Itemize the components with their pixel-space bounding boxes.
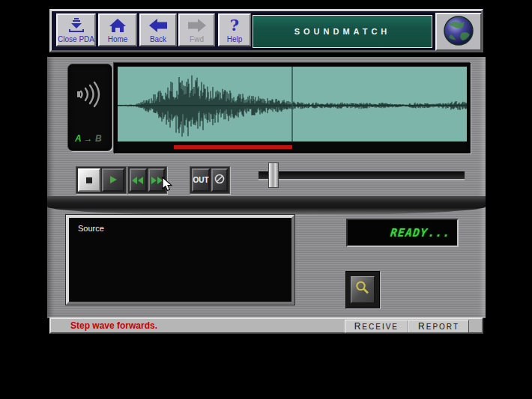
magnifier-icon <box>354 280 371 299</box>
direction-arrow-icon: → <box>84 133 93 144</box>
status-message: Step wave forwards. <box>70 319 157 332</box>
forward-arrow-icon <box>187 15 208 35</box>
cancel-button[interactable] <box>211 168 228 192</box>
close-pda-button[interactable]: Close PDA <box>56 13 96 46</box>
waveform-display <box>114 63 471 153</box>
play-icon <box>109 174 118 187</box>
play-button[interactable] <box>102 168 124 192</box>
status-bar: Step wave forwards. RECEIVE REPORT <box>49 317 483 334</box>
report-label: REPORT <box>418 321 459 332</box>
led-display: READY... <box>346 219 459 247</box>
out-label: OUT <box>193 176 208 184</box>
help-button[interactable]: ? Help <box>218 13 251 46</box>
globe-button[interactable] <box>435 13 482 51</box>
pda-device: Close PDA Home Back <box>47 7 486 335</box>
app-title: SOUNDMATCH <box>294 27 391 36</box>
close-pda-label: Close PDA <box>58 35 94 45</box>
step-back-button[interactable] <box>130 168 147 192</box>
direction-label: A → B <box>75 133 102 144</box>
speaker-panel: A → B <box>67 64 112 151</box>
panel-divider <box>47 196 486 216</box>
back-label: Back <box>150 35 166 45</box>
receive-label: RECEIVE <box>354 321 399 332</box>
help-label: Help <box>227 35 243 45</box>
stop-button[interactable] <box>78 168 100 192</box>
forward-button: Fwd <box>178 13 215 46</box>
step-group <box>127 166 167 194</box>
inspect-button-frame <box>345 271 380 308</box>
status-bar-buttons: RECEIVE REPORT <box>345 320 469 333</box>
close-pda-icon <box>67 15 86 35</box>
app-title-plate: SOUNDMATCH <box>253 15 432 48</box>
speaker-waves-icon <box>76 78 104 114</box>
receive-button[interactable]: RECEIVE <box>345 320 408 332</box>
back-arrow-icon <box>148 15 169 35</box>
home-label: Home <box>108 35 128 45</box>
play-stop-group <box>76 166 127 194</box>
slider-handle[interactable] <box>268 162 279 188</box>
forward-label: Fwd <box>190 35 204 45</box>
out-group: OUT <box>190 166 230 194</box>
waveform-area[interactable] <box>118 67 467 141</box>
step-forward-icon <box>151 174 163 187</box>
report-button[interactable]: REPORT <box>408 320 468 332</box>
home-button[interactable]: Home <box>98 13 137 46</box>
globe-icon <box>442 14 475 50</box>
direction-from: A <box>75 133 81 144</box>
back-button[interactable]: Back <box>139 13 177 46</box>
source-display: Source <box>66 215 294 305</box>
inspect-button[interactable] <box>351 276 375 303</box>
help-icon: ? <box>230 15 239 35</box>
toolbar: Close PDA Home Back <box>49 9 483 52</box>
led-text: READY... <box>390 226 451 240</box>
source-label: Source <box>69 218 291 233</box>
step-back-icon <box>132 174 144 187</box>
slider-track[interactable] <box>259 171 465 180</box>
home-icon <box>108 15 127 35</box>
cancel-icon <box>214 174 225 187</box>
out-button[interactable]: OUT <box>192 168 210 192</box>
stop-icon <box>85 174 93 187</box>
direction-to: B <box>95 133 102 144</box>
step-forward-button[interactable] <box>148 168 166 192</box>
progress-bar <box>174 145 292 149</box>
waveform-plot <box>118 67 467 141</box>
progress-track <box>118 143 467 151</box>
